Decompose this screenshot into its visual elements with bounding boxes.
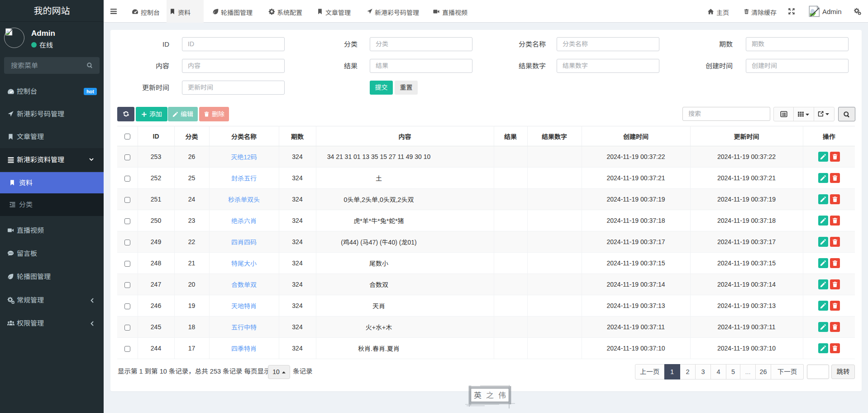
svg-text:英: 英 bbox=[474, 389, 482, 400]
svg-text:之: 之 bbox=[486, 389, 494, 400]
svg-text:伟: 伟 bbox=[498, 389, 506, 400]
